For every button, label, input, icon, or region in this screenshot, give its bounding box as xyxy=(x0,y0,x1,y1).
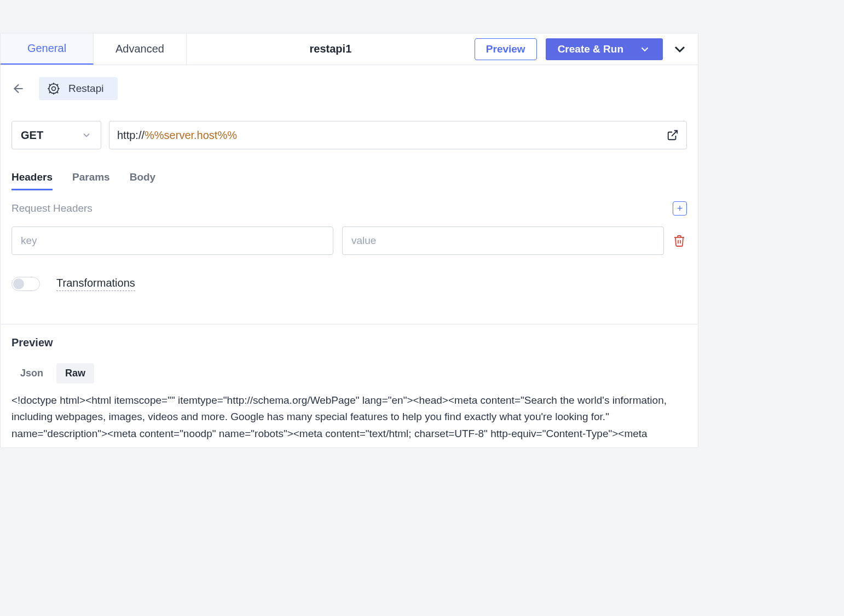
svg-point-2 xyxy=(52,87,56,91)
transformations-label: Transformations xyxy=(56,277,135,291)
chevron-down-icon xyxy=(81,130,92,141)
plus-icon: + xyxy=(677,204,683,213)
request-headers-label: Request Headers xyxy=(11,202,93,214)
header-key-input[interactable] xyxy=(11,226,333,255)
chevron-down-icon xyxy=(671,40,689,58)
url-variable: %%server.host%% xyxy=(144,129,237,142)
preview-tab-json[interactable]: Json xyxy=(11,363,52,383)
trash-icon xyxy=(673,234,686,247)
svg-line-11 xyxy=(672,131,677,136)
api-gear-icon xyxy=(47,82,61,96)
add-header-button[interactable]: + xyxy=(673,201,687,216)
back-button[interactable] xyxy=(11,82,26,96)
create-run-label: Create & Run xyxy=(558,43,623,55)
preview-title: Preview xyxy=(11,336,687,349)
svg-line-8 xyxy=(57,92,58,93)
chevron-down-icon xyxy=(639,43,651,55)
url-input[interactable]: http://%%server.host%% xyxy=(109,121,687,149)
transformations-toggle[interactable] xyxy=(11,277,40,291)
http-method-select[interactable]: GET xyxy=(11,121,101,149)
preview-raw-content: <!doctype html><html itemscope="" itemty… xyxy=(11,392,687,442)
breadcrumb-label: Restapi xyxy=(68,83,103,95)
create-run-button[interactable]: Create & Run xyxy=(546,38,663,60)
open-external-button[interactable] xyxy=(667,129,679,141)
tab-advanced[interactable]: Advanced xyxy=(94,33,187,65)
http-method-value: GET xyxy=(21,129,43,142)
url-scheme: http:// xyxy=(117,129,144,142)
subtab-headers[interactable]: Headers xyxy=(11,171,53,190)
external-link-icon xyxy=(667,129,679,141)
svg-line-9 xyxy=(49,92,50,93)
svg-line-10 xyxy=(57,84,58,85)
delete-header-button[interactable] xyxy=(673,234,687,247)
breadcrumb-chip[interactable]: Restapi xyxy=(39,77,118,100)
collapse-toggle[interactable] xyxy=(672,40,688,58)
subtab-params[interactable]: Params xyxy=(72,171,110,190)
preview-button[interactable]: Preview xyxy=(475,38,537,60)
arrow-left-icon xyxy=(11,82,26,96)
tab-general[interactable]: General xyxy=(1,33,94,65)
toggle-knob xyxy=(13,278,24,289)
preview-tab-raw[interactable]: Raw xyxy=(56,363,94,383)
page-title: restapi1 xyxy=(187,33,475,65)
svg-line-7 xyxy=(49,84,50,85)
header-value-input[interactable] xyxy=(342,226,664,255)
subtab-body[interactable]: Body xyxy=(130,171,156,190)
